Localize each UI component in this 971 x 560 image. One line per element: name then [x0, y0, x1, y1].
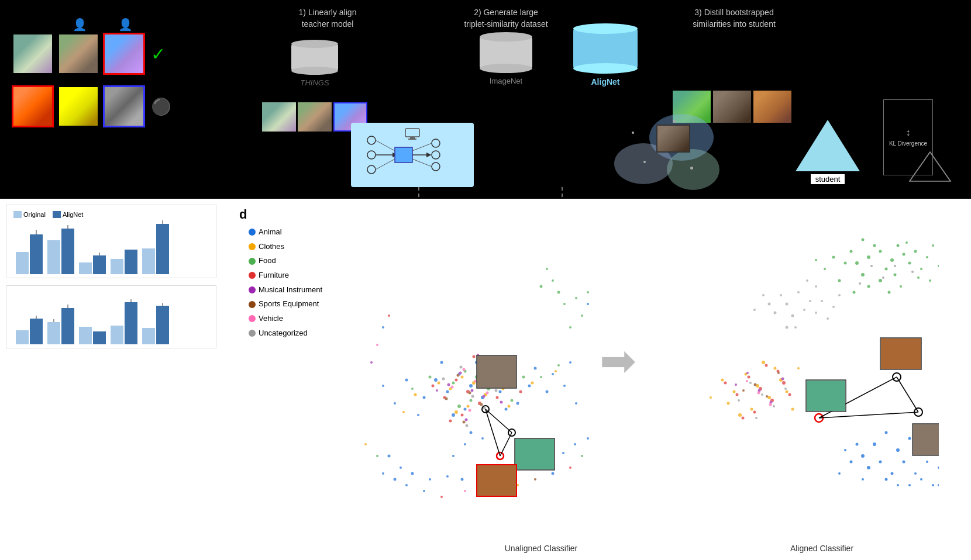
svg-point-291	[794, 326, 797, 329]
scatter-right-plot	[652, 210, 939, 514]
unaligned-label: Unaligned Classifier	[459, 544, 623, 553]
svg-point-253	[748, 376, 750, 379]
svg-point-230	[897, 484, 899, 486]
step1-title: 1) Linearly alignteacher model	[269, 7, 386, 30]
svg-line-15	[412, 159, 432, 167]
svg-rect-307	[807, 381, 845, 411]
svg-rect-1	[410, 137, 415, 139]
svg-point-148	[581, 455, 583, 457]
svg-point-274	[754, 383, 757, 386]
svg-point-149	[587, 437, 589, 440]
svg-rect-7	[395, 147, 412, 163]
svg-point-245	[738, 413, 742, 417]
svg-point-190	[844, 262, 847, 265]
svg-point-217	[891, 472, 894, 475]
svg-point-38	[417, 414, 419, 416]
svg-point-127	[540, 285, 543, 288]
scatter-arrow: ➡	[600, 339, 636, 383]
svg-point-118	[495, 389, 498, 392]
svg-point-289	[768, 303, 771, 306]
svg-point-92	[471, 389, 474, 392]
svg-point-225	[926, 461, 928, 463]
svg-point-213	[885, 431, 888, 434]
svg-rect-309	[881, 338, 921, 369]
svg-point-123	[575, 297, 577, 299]
svg-point-287	[780, 294, 782, 296]
svg-point-198	[932, 244, 934, 247]
svg-point-231	[862, 478, 864, 481]
svg-point-150	[388, 455, 391, 458]
kl-triangle	[907, 146, 953, 189]
svg-point-206	[938, 265, 939, 267]
svg-point-283	[774, 312, 777, 314]
svg-point-296	[815, 285, 817, 288]
svg-point-33	[517, 402, 519, 405]
svg-point-260	[742, 417, 745, 420]
svg-point-152	[411, 472, 414, 475]
svg-point-204	[900, 285, 902, 288]
svg-point-162	[562, 452, 564, 454]
no-mark: ⚫	[151, 97, 171, 116]
svg-point-200	[929, 279, 931, 282]
svg-point-192	[894, 274, 897, 276]
svg-point-99	[500, 401, 503, 404]
svg-point-228	[844, 449, 846, 451]
svg-point-281	[786, 303, 788, 306]
things-db: THINGS	[291, 40, 338, 87]
svg-line-17	[910, 152, 930, 181]
svg-point-210	[894, 265, 896, 267]
svg-point-202	[888, 291, 891, 294]
svg-point-26	[499, 390, 502, 393]
svg-point-229	[885, 478, 888, 481]
svg-point-240	[733, 390, 736, 393]
svg-point-4	[367, 151, 376, 159]
svg-point-163	[574, 443, 576, 445]
svg-point-48	[452, 455, 454, 457]
alignet-db: AligNet	[573, 23, 638, 87]
svg-point-292	[806, 279, 808, 282]
svg-rect-171	[477, 356, 516, 388]
svg-marker-16	[910, 152, 951, 181]
svg-point-201	[838, 279, 841, 282]
svg-point-70	[470, 399, 473, 402]
svg-point-193	[905, 241, 908, 244]
svg-point-223	[914, 472, 917, 475]
svg-point-188	[850, 250, 853, 253]
svg-point-262	[724, 382, 727, 385]
svg-point-137	[394, 478, 397, 481]
svg-point-115	[460, 366, 463, 369]
svg-point-27	[452, 413, 455, 417]
svg-point-183	[885, 268, 888, 271]
svg-point-234	[932, 484, 934, 486]
svg-point-297	[827, 317, 829, 320]
student-box: student	[796, 120, 860, 184]
svg-line-12	[376, 140, 395, 151]
svg-point-249	[727, 402, 730, 405]
svg-point-199	[824, 268, 826, 270]
svg-point-124	[557, 291, 560, 294]
svg-point-227	[938, 466, 939, 469]
svg-point-9	[432, 139, 440, 147]
svg-point-218	[867, 466, 870, 469]
svg-point-101	[436, 389, 438, 392]
svg-point-107	[463, 421, 466, 424]
svg-point-194	[917, 276, 920, 279]
svg-point-236	[938, 484, 939, 486]
svg-point-32	[534, 367, 537, 370]
svg-point-203	[853, 291, 856, 294]
svg-point-255	[736, 393, 739, 396]
svg-point-278	[757, 392, 760, 395]
svg-point-57	[454, 410, 458, 414]
svg-point-121	[581, 314, 583, 317]
svg-point-75	[522, 376, 525, 379]
svg-point-36	[423, 396, 426, 399]
svg-point-212	[873, 443, 876, 446]
svg-point-151	[400, 466, 402, 469]
svg-point-221	[903, 461, 905, 464]
svg-rect-2	[408, 139, 416, 140]
svg-point-286	[803, 309, 805, 311]
svg-point-34	[440, 361, 443, 364]
svg-point-129	[587, 303, 589, 305]
svg-point-46	[464, 443, 466, 445]
svg-point-141	[464, 490, 466, 492]
